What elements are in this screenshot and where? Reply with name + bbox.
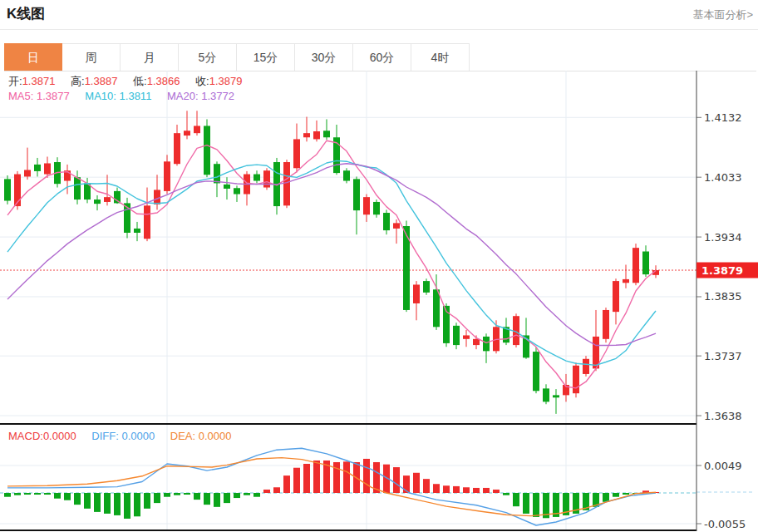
svg-text:1.4033: 1.4033 (704, 171, 742, 184)
svg-text:1.3638: 1.3638 (704, 410, 742, 422)
period-tabs: 日周月5分15分30分60分4时 (4, 43, 756, 71)
tab-15分[interactable]: 15分 (237, 43, 295, 71)
ma5-value: 1.3877 (37, 90, 70, 102)
diff-label: DIFF: (91, 430, 119, 442)
close-value: 1.3879 (209, 75, 243, 87)
ma20-value: 1.3772 (201, 90, 234, 102)
tab-5分[interactable]: 5分 (179, 43, 237, 71)
tab-周[interactable]: 周 (62, 43, 121, 71)
svg-text:1.3737: 1.3737 (704, 350, 742, 362)
page-title: K线图 (7, 4, 45, 23)
svg-text:1.3835: 1.3835 (704, 290, 742, 303)
dea-value: 0.0000 (199, 430, 232, 442)
svg-text:1.4132: 1.4132 (704, 111, 742, 124)
tab-4时[interactable]: 4时 (411, 43, 470, 71)
svg-text:0.0049: 0.0049 (704, 460, 742, 472)
dea-label: DEA: (170, 430, 195, 442)
ma5-label: MA5: (8, 90, 33, 102)
tab-月[interactable]: 月 (121, 43, 179, 71)
kline-widget: K线图 基本面分析> 日周月5分15分30分60分4时 1.41321.4033… (0, 0, 758, 532)
current-price-badge: 1.3879 (701, 264, 743, 277)
header-divider (0, 29, 758, 30)
high-value: 1.3887 (85, 75, 118, 87)
ohlc-legend: 开:1.3871 高:1.3887 低:1.3866 收:1.3879 (8, 74, 254, 89)
kline-chart[interactable]: 1.41321.40331.39341.38351.37371.36380.00… (0, 71, 758, 532)
ma10-value: 1.3811 (120, 90, 152, 102)
low-label: 低: (133, 75, 147, 87)
ma20-label: MA20: (167, 90, 199, 102)
diff-value: 0.0000 (121, 430, 155, 442)
tab-日[interactable]: 日 (4, 43, 62, 71)
low-value: 1.3866 (147, 75, 180, 87)
svg-text:1.3934: 1.3934 (704, 231, 742, 244)
tab-30分[interactable]: 30分 (295, 43, 353, 71)
high-label: 高: (71, 75, 85, 87)
macd-label: MACD: (8, 430, 43, 442)
tab-60分[interactable]: 60分 (353, 43, 411, 71)
open-value: 1.3871 (22, 75, 56, 87)
macd-value: 0.0000 (43, 430, 76, 442)
ma10-label: MA10: (85, 90, 116, 102)
ma-legend: MA5: 1.3877 MA10: 1.3811 MA20: 1.3772 (8, 90, 247, 102)
svg-text:-0.0055: -0.0055 (704, 518, 746, 530)
fundamental-analysis-link[interactable]: 基本面分析> (692, 7, 753, 22)
close-label: 收: (195, 75, 209, 87)
macd-legend: MACD:0.0000 DIFF: 0.0000 DEA: 0.0000 (8, 430, 244, 442)
open-label: 开: (8, 75, 22, 87)
